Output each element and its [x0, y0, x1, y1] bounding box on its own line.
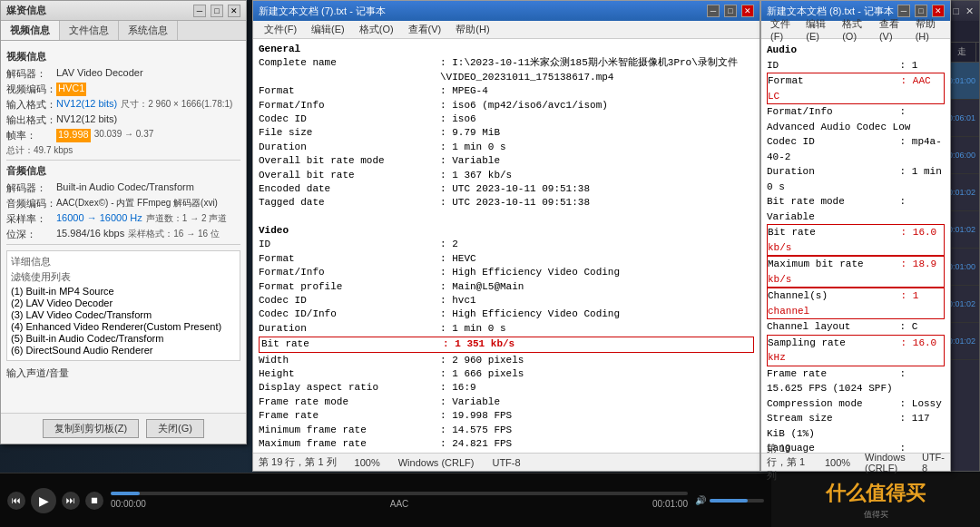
audio-codec-label: 音频编码： — [6, 197, 56, 210]
menu-edit[interactable]: 编辑(E) — [304, 22, 352, 37]
audio-menu-edit[interactable]: 编辑(E) — [800, 16, 837, 43]
audio-codec-display: AAC — [390, 499, 409, 509]
divider-1 — [6, 160, 240, 161]
decoder-value: LAV Video Decoder — [56, 67, 143, 81]
play-btn[interactable]: ▶ — [31, 488, 56, 513]
encoded-date-field: Encoded date : UTC 2023-10-11 09:51:38 — [259, 182, 754, 196]
overall-bitrate-field: Overall bit rate : 1 367 kb/s — [259, 169, 754, 182]
bit-depth-row: 位深： 15.984/16 kbps 采样格式：16 → 16 位 — [6, 228, 240, 241]
audio-decoder-label: 解码器： — [6, 181, 56, 195]
audio-sampling-rate-field: Sampling rate : 16.0 kHz — [767, 335, 945, 366]
progress-fill — [111, 492, 140, 495]
maximize-btn[interactable]: □ — [211, 5, 223, 17]
audio-panel-close-btn[interactable]: ✕ — [932, 5, 945, 17]
status-encoding: Windows (CRLF) — [398, 457, 475, 468]
volume-fill — [710, 499, 748, 503]
playlist-close-btn[interactable]: ✕ — [965, 5, 974, 16]
complete-name-field: Complete name : I:\2023-10-11米家众测185期小米智… — [259, 56, 754, 84]
notepad-minimize-btn[interactable]: ─ — [707, 5, 720, 17]
status-zoom: 100% — [355, 457, 380, 468]
filter-item-3: (3) LAV Video Codec/Transform — [11, 309, 236, 320]
frame-rate-field: Frame rate : 19.998 FPS — [259, 409, 754, 423]
input-format-row: 输入格式： NV12(12 bits) 尺寸：2 960 × 1666(1.78… — [6, 98, 240, 112]
logo-main-text: 什么值得买 — [826, 480, 926, 507]
decoder-row: 解码器： LAV Video Decoder — [6, 67, 240, 81]
media-info-panel: 媒资信息 ─ □ ✕ 视频信息 文件信息 系统信息 视频信息 解码器： LAV … — [0, 0, 247, 444]
audio-decoder-value: Built-in Audio Codec/Transform — [56, 181, 194, 195]
menu-format[interactable]: 格式(O) — [352, 22, 401, 37]
file-size-note: 总计：49.7 kbps — [6, 144, 240, 157]
audio-panel-statusbar: 第 19 行，第 1 列 100% Windows (CRLF) UTF-8 — [761, 453, 950, 471]
copy-to-clipboard-btn[interactable]: 复制到剪切板(Z) — [43, 419, 139, 438]
framerate-label: 帧率： — [6, 129, 56, 142]
media-info-title: 媒资信息 — [6, 4, 46, 17]
progress-area: 00:00:00 AAC 00:01:00 — [111, 492, 688, 509]
playlist-max-btn[interactable]: □ — [953, 5, 959, 16]
video-section-header: 视频信息 — [6, 50, 240, 63]
video-codec-row: 视频编码： HVC1 — [6, 83, 240, 96]
notepad-titlebar: 新建文本文档 (7).txt - 记事本 ─ □ ✕ — [253, 1, 760, 21]
bit-depth-label: 位深： — [6, 228, 56, 241]
notepad-maximize-btn[interactable]: □ — [724, 5, 737, 17]
notepad-content[interactable]: General Complete name : I:\2023-10-11米家众… — [253, 39, 760, 453]
audio-menu-view[interactable]: 查看(V) — [874, 16, 910, 43]
audio-channels-field: Channel(s) : 1 channel — [767, 288, 945, 319]
tab-system-info[interactable]: 系统信息 — [119, 21, 178, 40]
progress-bar[interactable] — [111, 492, 688, 495]
titlebar-buttons: ─ □ ✕ — [191, 5, 240, 17]
video-codec-label: 视频编码： — [6, 83, 56, 96]
menu-help[interactable]: 帮助(H) — [448, 22, 496, 37]
video-player: ⏮ ▶ ⏭ ⏹ 00:00:00 AAC 00:01:00 🔊 — [0, 473, 771, 527]
status-line: 第 19 行，第 1 列 — [259, 455, 337, 469]
bit-depth-value: 15.984/16 kbps — [56, 228, 124, 241]
audio-section-header: 音频信息 — [6, 164, 240, 178]
audio-panel-btns: ─ □ ✕ — [896, 5, 945, 17]
format-profile-field: Format profile : Main@L5@Main — [259, 280, 754, 294]
audio-section-label: Audio — [767, 43, 945, 58]
audio-menu-format[interactable]: 格式(O) — [837, 16, 874, 43]
menu-view[interactable]: 查看(V) — [401, 22, 449, 37]
audio-panel-max-btn[interactable]: □ — [915, 5, 927, 17]
close-btn[interactable]: ✕ — [228, 5, 240, 17]
video-duration-field: Duration : 1 min 0 s — [259, 322, 754, 336]
volume-bar[interactable] — [710, 499, 764, 503]
audio-menu-help[interactable]: 帮助(H) — [910, 16, 946, 43]
tab-video-info[interactable]: 视频信息 — [1, 21, 60, 40]
filter-item-2: (2) LAV Video Decoder — [11, 298, 236, 308]
notepad-close-btn[interactable]: ✕ — [741, 5, 754, 17]
audio-codec-row: 音频编码： AAC(Dxex©) - 内置 FFmpeg 解码器(xvi) — [6, 197, 240, 210]
audio-panel-menu: 文件(F) 编辑(E) 格式(O) 查看(V) 帮助(H) — [761, 21, 950, 39]
menu-file[interactable]: 文件(F) — [257, 22, 304, 37]
audio-bitrate-mode-field: Bit rate mode : Variable — [767, 194, 945, 224]
file-size-field: File size : 9.79 MiB — [259, 126, 754, 140]
aspect-ratio-field: Display aspect ratio : 16:9 — [259, 381, 754, 395]
audio-content[interactable]: Audio ID : 1 Format : AAC LC Format/Info… — [761, 39, 950, 453]
audio-format-info-field: Format/Info : Advanced Audio Codec Low — [767, 104, 945, 134]
audio-panel-min-btn[interactable]: ─ — [897, 5, 910, 17]
tab-file-info[interactable]: 文件信息 — [60, 21, 119, 40]
minimize-btn[interactable]: ─ — [193, 5, 206, 17]
filter-list-label: 滤镜使用列表 — [11, 270, 236, 284]
sub-tab-5[interactable]: 走 — [948, 43, 976, 62]
video-codec-id-field: Codec ID : hvc1 — [259, 294, 754, 307]
output-format-row: 输出格式： NV12(12 bits) — [6, 113, 240, 127]
notepad-titlebar-btns: ─ □ ✕ — [705, 5, 754, 17]
next-btn[interactable]: ⏭ — [62, 492, 80, 510]
audio-status-charset: UTF-8 — [922, 452, 945, 473]
audio-status-encoding: Windows (CRLF) — [865, 452, 907, 473]
current-time: 00:00:00 — [111, 499, 146, 509]
sample-rate-row: 采样率： 16000 → 16000 Hz 声道数：1 → 2 声道 — [6, 212, 240, 226]
audio-menu-file[interactable]: 文件(F) — [765, 16, 800, 43]
max-frame-rate-field: Maximum frame rate : 24.821 FPS — [259, 437, 754, 451]
prev-btn[interactable]: ⏮ — [7, 492, 25, 510]
filter-item-5: (5) Built-in Audio Codec/Transform — [11, 333, 236, 344]
close-panel-btn[interactable]: 关闭(G) — [146, 419, 204, 438]
filter-item-4: (4) Enhanced Video Renderer(Custom Prese… — [11, 321, 236, 332]
time-info: 00:00:00 AAC 00:01:00 — [111, 499, 688, 509]
audio-bitrate-field: Bit rate : 16.0 kb/s — [767, 224, 945, 256]
notepad-menu: 文件(F) 编辑(E) 格式(O) 查看(V) 帮助(H) — [253, 21, 760, 39]
detail-section: 详细信息 滤镜使用列表 (1) Built-in MP4 Source (2) … — [6, 250, 240, 361]
video-header: Video — [259, 224, 754, 238]
stop-btn[interactable]: ⏹ — [85, 492, 103, 510]
output-format-value: NV12(12 bits) — [56, 113, 117, 127]
